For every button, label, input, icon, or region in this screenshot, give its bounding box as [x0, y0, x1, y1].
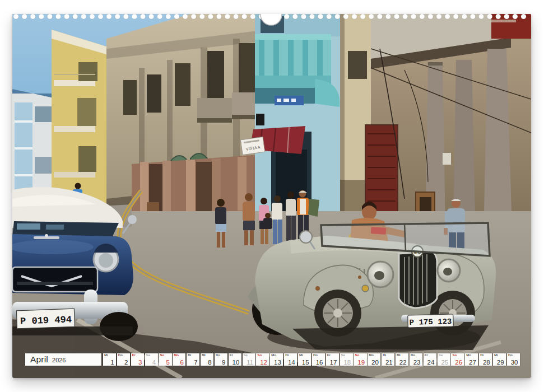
day-abbr: So: [355, 353, 359, 357]
day-abbr: Fr: [327, 353, 331, 357]
punch-hole: [149, 14, 154, 19]
punch-hole: [47, 14, 52, 19]
punch-hole: [166, 14, 171, 19]
day-abbr: Mo: [369, 353, 374, 357]
month-label: April: [30, 354, 48, 365]
day-number: 10: [233, 359, 240, 366]
punch-hole: [39, 14, 44, 19]
day-number: 2: [124, 359, 128, 366]
calendar-day-cell: Mo13: [270, 353, 283, 366]
punch-hole: [81, 14, 86, 19]
punch-hole: [352, 14, 357, 19]
day-abbr: Sa: [341, 353, 345, 357]
punch-hole: [132, 14, 137, 19]
license-plate-blue-car: P 019 494: [20, 314, 72, 326]
calendar-day-cell: Fr10: [229, 353, 241, 366]
punch-hole: [385, 14, 390, 19]
punch-hole: [64, 14, 69, 19]
calendar-day-cell: So5: [159, 353, 171, 366]
day-abbr: Mo: [174, 353, 179, 357]
calendar-day-cell: Fr3: [131, 353, 144, 366]
day-number: 14: [288, 359, 295, 366]
day-number: 5: [166, 359, 170, 366]
calendar-day-cell: Di21: [382, 353, 394, 366]
punch-hole: [157, 14, 162, 19]
calendar-day-cell: Fr24: [424, 353, 436, 366]
day-abbr: Sa: [244, 353, 248, 357]
day-number: 22: [399, 359, 407, 366]
day-number: 6: [180, 359, 183, 366]
day-number: 11: [247, 359, 253, 366]
day-abbr: Fr: [425, 353, 428, 357]
day-abbr: Sa: [146, 353, 150, 357]
punch-hole: [343, 14, 348, 19]
day-abbr: Mi: [202, 353, 206, 357]
calendar-day-cell: Do30: [507, 353, 520, 366]
punch-hole: [225, 14, 230, 19]
punch-hole: [369, 14, 374, 19]
calendar-day-cell: Do23: [410, 353, 422, 366]
punch-hole: [436, 14, 441, 19]
day-number: 25: [441, 359, 448, 366]
day-abbr: Di: [285, 353, 289, 357]
day-abbr: Sa: [439, 353, 443, 357]
day-abbr: Mo: [466, 353, 471, 357]
calendar-day-cell: Fr17: [326, 353, 339, 366]
day-number: 27: [469, 359, 476, 366]
punch-hole: [377, 14, 382, 19]
punch-hole: [22, 14, 27, 19]
punch-hole: [478, 14, 483, 19]
silver-mg-car: MG P 175 123: [248, 223, 496, 350]
punch-hole: [208, 14, 213, 19]
punch-hole: [123, 14, 128, 19]
punch-hole: [234, 14, 239, 19]
punch-hole: [292, 14, 297, 19]
punch-hole: [428, 14, 433, 19]
calendar-day-cell: So19: [354, 353, 366, 366]
day-number: 17: [330, 359, 337, 366]
day-number: 1: [110, 359, 114, 366]
day-number: 26: [455, 359, 462, 366]
punch-hole: [106, 14, 111, 19]
year-label: 2026: [52, 357, 66, 363]
punch-hole: [445, 14, 450, 19]
day-abbr: So: [257, 353, 262, 357]
day-abbr: Di: [480, 353, 483, 357]
calendar-sheet: VISTA A: [12, 14, 531, 378]
hanging-jacket: [308, 199, 319, 217]
calendar-day-cell: Mi15: [298, 353, 311, 366]
calendar-day-cell: Sa4: [145, 353, 158, 366]
punch-hole: [453, 14, 458, 19]
calendar-strip: April 2026 Mi1Do2Fr3Sa4So5Mo6Di7Mi8Do9Fr…: [12, 353, 531, 366]
punch-hole: [309, 14, 314, 19]
day-abbr: So: [160, 353, 164, 357]
day-number: 19: [357, 359, 365, 366]
calendar-day-cell: Sa11: [243, 353, 255, 366]
calendar-day-cell: Di7: [187, 353, 199, 366]
punch-hole: [420, 14, 425, 19]
photo-havana-street: VISTA A: [12, 14, 531, 378]
day-number: 30: [511, 359, 518, 366]
day-number: 9: [222, 359, 225, 366]
punch-hole: [496, 14, 501, 19]
calendar-day-cell: Mi22: [396, 353, 408, 366]
calendar-day-cell: Mo6: [173, 353, 185, 366]
day-abbr: Mi: [104, 353, 108, 357]
punch-hole: [13, 14, 18, 19]
calendar-day-cell: So26: [451, 353, 464, 366]
day-abbr: Do: [118, 353, 123, 357]
calendar-day-cell: Mi29: [493, 353, 506, 366]
wall-lamp: [256, 114, 264, 125]
punch-hole: [250, 14, 255, 19]
calendar-day-cell: Do2: [117, 353, 130, 366]
calendar-day-cell: Sa18: [340, 353, 353, 366]
day-abbr: Mi: [299, 353, 303, 357]
calendar-product-page: VISTA A: [0, 0, 544, 392]
calendar-day-cell: Mo27: [465, 353, 478, 366]
punch-hole: [394, 14, 399, 19]
month-box: April 2026: [25, 353, 101, 366]
punch-hole: [183, 14, 188, 19]
day-number: 13: [274, 359, 281, 366]
punch-hole: [216, 14, 221, 19]
day-number: 16: [316, 359, 323, 366]
